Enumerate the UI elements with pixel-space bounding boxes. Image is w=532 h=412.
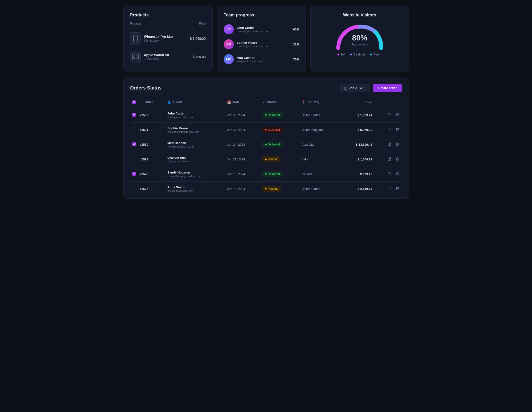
order-total: $ 1,099.24 <box>343 113 372 117</box>
product-row: iPhone 14 Pro Max 524 in stock $ 1,099.0… <box>130 29 206 48</box>
row-order-num: #1527 <box>138 181 166 196</box>
avatar-initials: JC <box>227 27 231 31</box>
row-actions <box>374 108 402 122</box>
edit-icon <box>388 113 391 116</box>
table-row: #1529 Graham Hills hi@grahamhills.com Ja… <box>130 152 402 167</box>
status-dot <box>265 129 266 131</box>
table-row: #1527 Andy Smith hello@andysmith.com Jan… <box>130 181 402 196</box>
delete-button[interactable] <box>395 157 400 162</box>
row-total: $ 13,899.48 <box>342 137 374 152</box>
action-buttons <box>376 186 400 191</box>
member-info: John Carter contact@sophiemoore.com <box>237 26 293 33</box>
edit-button[interactable] <box>387 112 392 118</box>
action-buttons <box>376 112 400 118</box>
row-checkbox-cell <box>130 108 138 122</box>
member-email: contact@sophiemoore.com <box>237 45 293 47</box>
edit-button[interactable] <box>387 127 392 132</box>
country-name: Australia <box>302 143 314 146</box>
delete-button[interactable] <box>395 142 400 147</box>
delete-button[interactable] <box>395 186 400 191</box>
delete-button[interactable] <box>395 171 400 177</box>
row-order-num: #1528 <box>138 167 166 181</box>
order-date: Jan 18, 2024 <box>227 172 245 176</box>
action-buttons <box>376 157 400 162</box>
team-list: JC John Carter contact@sophiemoore.com 6… <box>224 22 299 67</box>
order-icon: ☰ <box>140 100 142 104</box>
row-checkbox[interactable] <box>132 142 136 146</box>
edit-button[interactable] <box>387 142 392 147</box>
row-status: Pending <box>260 152 300 167</box>
status-badge: Delivered <box>262 171 283 177</box>
row-checkbox[interactable] <box>132 128 136 131</box>
edit-button[interactable] <box>387 171 392 177</box>
table-row: #1532 John Carter hello@johncarter.com J… <box>130 108 402 122</box>
edit-button[interactable] <box>387 186 392 191</box>
date-picker[interactable]: Jan 2024 <box>340 84 370 92</box>
status-badge: Canceled <box>262 127 283 132</box>
trash-icon <box>396 172 399 175</box>
row-client: John Carter hello@johncarter.com <box>165 108 225 122</box>
client-name: Andy Smith <box>167 185 223 189</box>
edit-icon <box>388 187 391 190</box>
trash-icon <box>396 187 399 190</box>
avatar: JC <box>224 24 234 34</box>
member-info: Matt Cannon info@mattcannon.com <box>237 56 293 63</box>
client-email: hi@grahamhills.com <box>167 160 223 163</box>
order-total: $ 899.16 <box>343 172 372 176</box>
order-total: $ 13,899.48 <box>343 143 372 146</box>
product-name: Apple Watch S8 <box>144 53 193 57</box>
client-name: Graham Hills <box>167 156 223 159</box>
row-client: Andy Smith hello@andysmith.com <box>165 181 225 196</box>
team-title: Team progress <box>224 13 299 18</box>
products-col1: Products <box>130 22 141 25</box>
row-checkbox[interactable] <box>132 157 136 161</box>
order-date: Jan 27, 2024 <box>227 128 245 132</box>
status-dot <box>265 159 266 160</box>
country-name: United States <box>302 113 320 117</box>
create-order-button[interactable]: Create order <box>373 84 402 92</box>
member-percentage: 75% <box>293 58 299 61</box>
row-checkbox[interactable] <box>132 113 136 117</box>
order-date: Jan 30, 2024 <box>227 113 245 117</box>
member-percentage: 60% <box>293 28 299 31</box>
row-status: Pending <box>260 181 300 196</box>
team-member: JC John Carter contact@sophiemoore.com 6… <box>224 22 299 37</box>
gauge-return <box>376 32 381 48</box>
order-total: $ 1,569.12 <box>343 158 372 161</box>
orders-tbody: #1532 John Carter hello@johncarter.com J… <box>130 108 402 196</box>
th-checkbox <box>130 98 138 108</box>
member-email: info@mattcannon.com <box>237 60 293 63</box>
row-checkbox-cell <box>130 167 138 181</box>
products-header: Products Price <box>130 22 206 26</box>
legend-item: Return <box>370 53 382 56</box>
order-total: $ 2,449.64 <box>343 187 372 191</box>
row-country: United States <box>300 108 342 122</box>
trash-icon <box>396 113 399 116</box>
row-checkbox[interactable] <box>132 172 136 176</box>
status-badge: Delivered <box>262 142 283 147</box>
table-head: ☰ Order 👤 Client 📅 Date ✓ Status <box>130 98 402 108</box>
client-icon: 👤 <box>167 100 171 104</box>
delete-button[interactable] <box>395 127 400 132</box>
client-name: John Carter <box>167 112 223 115</box>
legend-label: Return <box>373 53 382 56</box>
row-checkbox[interactable] <box>132 187 136 190</box>
status-label: Pending <box>268 158 278 161</box>
edit-button[interactable] <box>387 157 392 162</box>
product-icon <box>130 32 141 45</box>
order-date: Jan 24, 2024 <box>227 143 245 146</box>
row-actions <box>374 181 402 196</box>
member-name: Sophie Moore <box>237 41 293 45</box>
client-email: info@mattcannon.com <box>167 145 223 148</box>
delete-button[interactable] <box>395 112 400 118</box>
trash-icon <box>396 142 399 146</box>
chevron-down-icon <box>364 87 367 90</box>
product-row: Apple Watch S8 320 in stock $ 799.00 <box>130 48 206 66</box>
legend-dot <box>370 54 372 56</box>
country-name: United Kingdom <box>302 128 324 132</box>
th-actions <box>374 98 402 108</box>
order-date: Jan 21, 2024 <box>227 158 245 161</box>
table-row: #1530 Matt Cannon info@mattcannon.com Ja… <box>130 137 402 152</box>
trash-icon <box>396 157 399 161</box>
client-email: hello@andysmith.com <box>167 189 223 192</box>
